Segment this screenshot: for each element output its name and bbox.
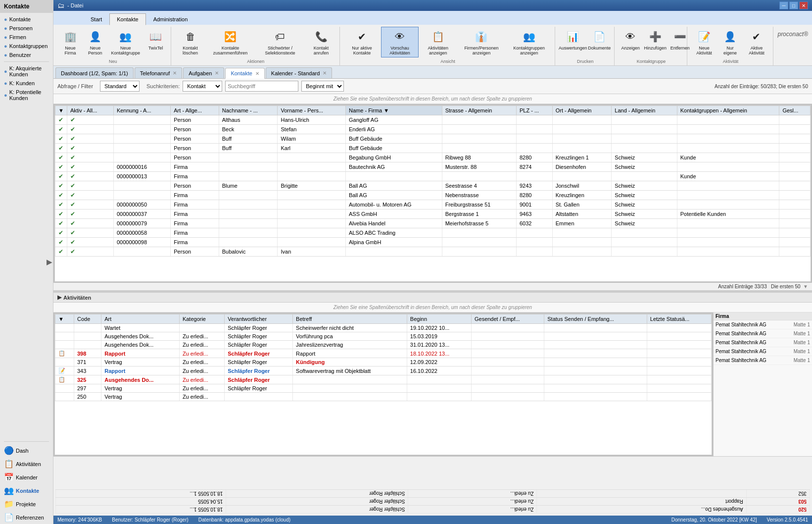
neue-aktivitat-button[interactable]: 📝 Neue Aktivität xyxy=(691,27,717,57)
col-gesl[interactable]: Gesl... xyxy=(779,106,811,115)
row-checkbox[interactable]: ✔ xyxy=(55,115,67,125)
activity-row[interactable]: Ausgehendes Dok... Zu erledi... Schläpfe… xyxy=(55,332,712,341)
suchbegriff-input[interactable] xyxy=(225,81,298,92)
aktive-aktivitat-button[interactable]: ✔ Aktive Aktivität xyxy=(743,27,770,57)
twixttel-button[interactable]: 📖 TwixTel xyxy=(144,27,168,52)
sidebar-item-akquirierte[interactable]: ● K: Akquirierte Kunden xyxy=(0,64,53,79)
doc-tab-telefonanruf[interactable]: Telefonanruf ✕ xyxy=(135,67,183,78)
sidebar-item-personen[interactable]: ● Personen xyxy=(0,24,53,33)
dokumente-button[interactable]: 📄 Dokumente xyxy=(587,27,611,52)
row-checkbox[interactable]: ✔ xyxy=(55,228,67,238)
aktivitaeten-anzeigen-button[interactable]: 📋 Aktivitäten anzeigen xyxy=(420,27,457,57)
kontakte-tab-close[interactable]: ✕ xyxy=(255,71,259,76)
sidebar-item-kalender-nav[interactable]: 📅 Kalender xyxy=(0,471,53,484)
contacts-table-container[interactable]: ▼ Aktiv - All... Kennung - A... Art - Al… xyxy=(54,105,811,282)
activity-row[interactable]: 📋 325 Ausgehendes Do... Zu erledi... Sch… xyxy=(55,375,712,384)
acol-status[interactable]: Status Senden / Empfang... xyxy=(544,314,647,324)
col-land[interactable]: Land - Allgemein xyxy=(612,106,677,115)
acol-beginn[interactable]: Beginn xyxy=(407,314,471,324)
col-kennung[interactable]: Kennung - A... xyxy=(113,106,170,115)
stichwoerter-button[interactable]: 🏷 Stichwörter / Selektionstexte xyxy=(255,27,305,57)
col-strasse[interactable]: Strasse - Allgemein xyxy=(442,106,516,115)
col-vorname[interactable]: Vorname - Pers... xyxy=(278,106,346,115)
activity-row[interactable]: 📝 343 Rapport Zu erledi... Schläpfer Rog… xyxy=(55,367,712,375)
table-row[interactable]: ✔ ✔ Person Althaus Hans-Ulrich Gangloff … xyxy=(55,115,811,125)
table-row[interactable]: ✔ ✔ 0000000013 Firma Kunde xyxy=(55,172,811,181)
table-row[interactable]: ✔ ✔ Firma Ball AG Nebenstrasse 8280 Kreu… xyxy=(55,191,811,200)
row-checkbox[interactable]: ✔ xyxy=(55,153,67,162)
acol-select[interactable]: ▼ xyxy=(55,314,74,324)
auswertungen-button[interactable]: 📊 Auswertungen xyxy=(559,27,586,52)
row-checkbox[interactable]: ✔ xyxy=(55,144,67,153)
sidebar-item-dash[interactable]: 🔵 Dash xyxy=(0,444,53,457)
row-checkbox[interactable]: ✔ xyxy=(55,172,67,181)
doc-tab-kontakte[interactable]: Kontakte ✕ xyxy=(225,68,264,79)
table-row[interactable]: ✔ ✔ 0000000079 Firma Alvebia Handel Meie… xyxy=(55,219,811,228)
firmen-personen-button[interactable]: 👔 Firmen/Personen anzeigen xyxy=(458,27,505,57)
tab-kontakte[interactable]: Kontakte xyxy=(109,13,145,25)
row-checkbox[interactable]: ✔ xyxy=(55,134,67,144)
doc-tab-dashboard[interactable]: Dashboard (1/2, Spam: 1/1) xyxy=(55,67,134,78)
nur-eigene-button[interactable]: 👤 Nur eigene xyxy=(718,27,742,57)
activity-row[interactable]: 250 Vertrag Zu erledi... xyxy=(55,393,712,401)
kontakt-anrufen-button[interactable]: 📞 Kontakt anrufen xyxy=(306,27,336,57)
telefonanruf-tab-close[interactable]: ✕ xyxy=(173,70,177,76)
activity-row[interactable]: 📋 398 Rapport Zu erledi... Schläpfer Rog… xyxy=(55,349,712,358)
vorschau-aktivitaeten-button[interactable]: 👁 Vorschau Aktivitäten xyxy=(381,27,418,57)
maximize-button[interactable]: □ xyxy=(789,1,798,9)
table-row[interactable]: ✔ ✔ Person Buff Karl Buff Gebäude xyxy=(55,144,811,153)
acol-kategorie[interactable]: Kategorie xyxy=(179,314,224,324)
filter-standard-select[interactable]: Standard xyxy=(100,81,140,92)
sidebar-item-benutzer[interactable]: ● Benutzer xyxy=(0,51,53,59)
acol-betreff[interactable]: Betreff xyxy=(293,314,407,324)
activities-expand-icon[interactable]: ▶ xyxy=(57,294,61,301)
minimize-button[interactable]: ─ xyxy=(779,1,788,9)
sidebar-item-aktivitaten-nav[interactable]: 📋 Aktivitäten xyxy=(0,457,53,471)
row-checkbox[interactable]: ✔ xyxy=(55,125,67,134)
activity-row[interactable]: Ausgehendes Dok... Zu erledi... Schläpfe… xyxy=(55,341,712,349)
sidebar-collapse-btn[interactable]: ▶ xyxy=(47,258,52,266)
anzeigen-button[interactable]: 👁 Anzeigen xyxy=(619,27,642,52)
acol-verantwortlicher[interactable]: Verantwortlicher xyxy=(225,314,293,324)
sidebar-item-kontakte-nav[interactable]: 👥 Kontakte xyxy=(0,484,53,497)
row-checkbox[interactable]: ✔ xyxy=(55,181,67,191)
table-row[interactable]: ✔ ✔ Person Bubalovic Ivan xyxy=(55,247,811,257)
acol-code[interactable]: Code xyxy=(74,314,101,324)
col-art[interactable]: Art - Allge... xyxy=(171,106,219,115)
table-row[interactable]: ✔ ✔ 0000000098 Firma Alpina GmbH xyxy=(55,238,811,247)
sidebar-item-firmen[interactable]: ● Firmen xyxy=(0,33,53,42)
activity-row[interactable]: Wartet Schläpfer Roger Scheinwerfer nich… xyxy=(55,324,712,332)
row-checkbox[interactable]: ✔ xyxy=(55,219,67,228)
sidebar-item-kontakte[interactable]: ● Kontakte xyxy=(0,15,53,24)
table-row[interactable]: ✔ ✔ Person Buff Wilam Buff Gebäude xyxy=(55,134,811,144)
sidebar-item-kunden[interactable]: ● K: Kunden xyxy=(0,79,53,88)
row-checkbox[interactable]: ✔ xyxy=(55,210,67,219)
aufgaben-tab-close[interactable]: ✕ xyxy=(215,70,219,76)
acol-gesendet[interactable]: Gesendet / Empf... xyxy=(471,314,544,324)
table-row[interactable]: ✔ ✔ Person Beck Stefan Enderli AG xyxy=(55,125,811,134)
col-aktiv[interactable]: Aktiv - All... xyxy=(67,106,113,115)
close-button[interactable]: ✕ xyxy=(799,1,808,9)
hinzufuegen-button[interactable]: ➕ Hinzufügen xyxy=(643,27,667,52)
kalender-tab-close[interactable]: ✕ xyxy=(323,70,327,76)
nur-aktive-button[interactable]: ✔ Nur aktive Kontakte xyxy=(344,27,380,57)
table-row[interactable]: ✔ ✔ 0000000037 Firma ASS GmbH Bergstrass… xyxy=(55,210,811,219)
acol-letzte[interactable]: Letzte Statusä... xyxy=(647,314,711,324)
row-checkbox[interactable]: ✔ xyxy=(55,238,67,247)
neue-firma-button[interactable]: 🏢 Neue Firma xyxy=(58,27,82,57)
acol-art[interactable]: Art xyxy=(101,314,180,324)
col-nachname[interactable]: Nachname - ... xyxy=(219,106,278,115)
sidebar-item-projekte-nav[interactable]: 📁 Projekte xyxy=(0,497,53,511)
kontakt-loeschen-button[interactable]: 🗑 Kontakt löschen xyxy=(175,27,206,57)
table-row[interactable]: ✔ ✔ 0000000050 Firma Automobil- u. Motor… xyxy=(55,200,811,210)
kontakte-zusammenfuehren-button[interactable]: 🔀 Kontakte zusammenführen xyxy=(207,27,254,57)
col-gruppen[interactable]: Kontaktgruppen - Allgemein xyxy=(677,106,779,115)
col-plz[interactable]: PLZ - ... xyxy=(517,106,553,115)
table-row[interactable]: ✔ ✔ Person Begabung GmbH Ribweg 88 8280 … xyxy=(55,153,811,162)
activity-row[interactable]: 371 Vertrag Zu erledi... Schläpfer Roger… xyxy=(55,358,712,367)
beginnt-mit-select[interactable]: Beginnt mit xyxy=(301,81,344,92)
row-checkbox[interactable]: ✔ xyxy=(55,162,67,172)
table-row[interactable]: ✔ ✔ 0000000016 Firma Bautechnik AG Muste… xyxy=(55,162,811,172)
sidebar-item-kontaktgruppen[interactable]: ● Kontaktgruppen xyxy=(0,42,53,51)
tab-start[interactable]: Start xyxy=(83,13,109,25)
